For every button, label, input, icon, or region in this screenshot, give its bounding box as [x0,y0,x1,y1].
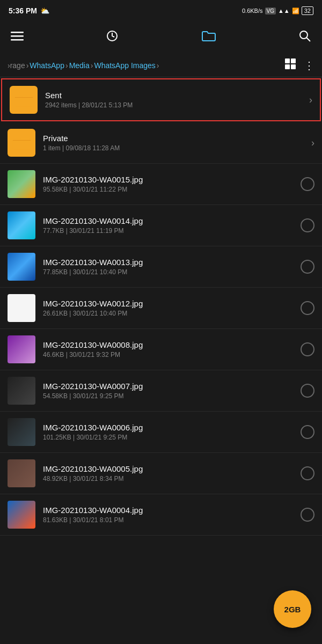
file-meta: 101.25KB | 30/01/21 9:25 PM [43,434,301,441]
file-thumbnail [8,211,35,239]
file-meta: 54.58KB | 30/01/21 9:25 PM [43,392,301,400]
svg-rect-2 [11,39,24,41]
file-checkbox[interactable] [301,425,314,439]
file-item[interactable]: IMG-20210130-WA0013.jpg 77.85KB | 30/01/… [0,246,322,288]
file-meta: 26.61KB | 30/01/21 10:40 PM [43,310,301,317]
file-info: IMG-20210130-WA0006.jpg 101.25KB | 30/01… [43,423,301,441]
file-meta: 48.92KB | 30/01/21 8:34 PM [43,475,301,482]
chevron-right-icon: › [309,94,312,106]
file-name: IMG-20210130-WA0004.jpg [43,506,301,515]
folder-sent-name: Sent [45,91,309,100]
breadcrumb-whatsapp-images[interactable]: WhatsApp Images [94,61,155,70]
file-item[interactable]: IMG-20210130-WA0007.jpg 54.58KB | 30/01/… [0,370,322,412]
file-info: IMG-20210130-WA0005.jpg 48.92KB | 30/01/… [43,464,301,482]
file-checkbox[interactable] [301,301,314,315]
more-options-icon[interactable]: ⋮ [304,59,314,72]
file-checkbox[interactable] [301,218,314,232]
file-name: IMG-20210130-WA0007.jpg [43,382,301,391]
svg-rect-9 [291,64,296,69]
file-item[interactable]: IMG-20210130-WA0008.jpg 46.6KB | 30/01/2… [0,329,322,370]
file-thumbnail [8,501,35,529]
svg-rect-8 [285,64,290,69]
file-meta: 77.85KB | 30/01/21 10:40 PM [43,268,301,276]
file-name: IMG-20210130-WA0014.jpg [43,216,301,225]
cloud-icon: ⛅ [40,6,49,15]
toolbar [0,21,322,54]
history-icon[interactable] [106,30,119,46]
file-name: IMG-20210130-WA0013.jpg [43,258,301,267]
file-checkbox[interactable] [301,466,314,480]
file-meta: 77.7KB | 30/01/21 11:19 PM [43,227,301,235]
file-item[interactable]: IMG-20210130-WA0014.jpg 77.7KB | 30/01/2… [0,205,322,246]
svg-line-5 [306,38,310,41]
breadcrumb-path: ›rage › WhatsApp › Media › WhatsApp Imag… [8,61,284,70]
folder-sent[interactable]: Sent 2942 items | 28/01/21 5:13 PM › [1,78,321,121]
breadcrumb-whatsapp[interactable]: WhatsApp [30,61,64,70]
folder-sent-icon [10,86,38,114]
file-info: IMG-20210130-WA0014.jpg 77.7KB | 30/01/2… [43,216,301,235]
folder-private-meta: 1 item | 09/08/18 11:28 AM [43,144,311,152]
menu-icon[interactable] [11,30,24,46]
breadcrumb-media[interactable]: Media [69,61,90,70]
file-info: IMG-20210130-WA0012.jpg 26.61KB | 30/01/… [43,299,301,317]
breadcrumb: ›rage › WhatsApp › Media › WhatsApp Imag… [0,54,322,77]
file-meta: 81.63KB | 30/01/21 8:01 PM [43,516,301,524]
wifi-icon: 📶 [292,8,299,14]
breadcrumb-actions: ⋮ [284,58,314,72]
folder-private-name: Private [43,134,311,143]
file-info: IMG-20210130-WA0004.jpg 81.63KB | 30/01/… [43,506,301,524]
time-label: 5:36 PM [9,6,37,15]
file-list: Sent 2942 items | 28/01/21 5:13 PM › Pri… [0,78,322,536]
folder-sent-meta: 2942 items | 28/01/21 5:13 PM [45,101,309,109]
file-info: IMG-20210130-WA0008.jpg 46.6KB | 30/01/2… [43,340,301,358]
file-checkbox[interactable] [301,508,314,522]
file-name: IMG-20210130-WA0005.jpg [43,464,301,473]
file-thumbnail [8,418,35,446]
file-info: IMG-20210130-WA0007.jpg 54.58KB | 30/01/… [43,382,301,400]
svg-rect-1 [11,35,24,37]
svg-rect-7 [291,58,296,63]
file-checkbox[interactable] [301,260,314,274]
signal-icon: ▲▲ [278,8,290,14]
file-item[interactable]: IMG-20210130-WA0006.jpg 101.25KB | 30/01… [0,412,322,453]
file-thumbnail [8,253,35,281]
breadcrumb-prefix: ›rage [8,61,25,70]
folder-sent-info: Sent 2942 items | 28/01/21 5:13 PM [45,91,309,109]
file-checkbox[interactable] [301,177,314,191]
status-bar: 5:36 PM ⛅ 0.6KB/s VG ▲▲ 📶 32 [0,0,322,21]
chevron-right-icon-2: › [311,137,314,149]
folder-private-info: Private 1 item | 09/08/18 11:28 AM [43,134,311,152]
file-checkbox[interactable] [301,342,314,356]
file-name: IMG-20210130-WA0012.jpg [43,299,301,308]
file-info: IMG-20210130-WA0015.jpg 95.58KB | 30/01/… [43,175,301,193]
folder-private-icon [8,129,35,157]
file-item[interactable]: IMG-20210130-WA0015.jpg 95.58KB | 30/01/… [0,164,322,205]
file-name: IMG-20210130-WA0008.jpg [43,340,301,349]
file-name: IMG-20210130-WA0015.jpg [43,175,301,184]
svg-rect-6 [285,58,290,63]
file-checkbox[interactable] [301,384,314,398]
status-time: 5:36 PM ⛅ [9,6,49,15]
file-item[interactable]: IMG-20210130-WA0004.jpg 81.63KB | 30/01/… [0,494,322,536]
file-meta: 46.6KB | 30/01/21 9:32 PM [43,351,301,358]
file-thumbnail [8,294,35,322]
folder-private[interactable]: Private 1 item | 09/08/18 11:28 AM › [0,122,322,164]
file-thumbnail [8,335,35,363]
battery-icon: 32 [302,6,313,15]
fab-label: 2GB [284,605,301,614]
search-icon[interactable] [298,30,311,46]
folder-icon[interactable] [201,30,216,46]
file-item[interactable]: IMG-20210130-WA0012.jpg 26.61KB | 30/01/… [0,288,322,329]
file-item[interactable]: IMG-20210130-WA0005.jpg 48.92KB | 30/01/… [0,453,322,494]
storage-fab[interactable]: 2GB [274,590,311,628]
file-items: IMG-20210130-WA0015.jpg 95.58KB | 30/01/… [0,164,322,536]
file-name: IMG-20210130-WA0006.jpg [43,423,301,432]
file-thumbnail [8,377,35,405]
svg-rect-0 [11,32,24,33]
file-thumbnail [8,170,35,198]
file-meta: 95.58KB | 30/01/21 11:22 PM [43,186,301,193]
network-speed: 0.6KB/s [242,8,263,14]
file-thumbnail [8,459,35,487]
network-type: VG [265,8,276,14]
grid-view-icon[interactable] [284,58,296,72]
